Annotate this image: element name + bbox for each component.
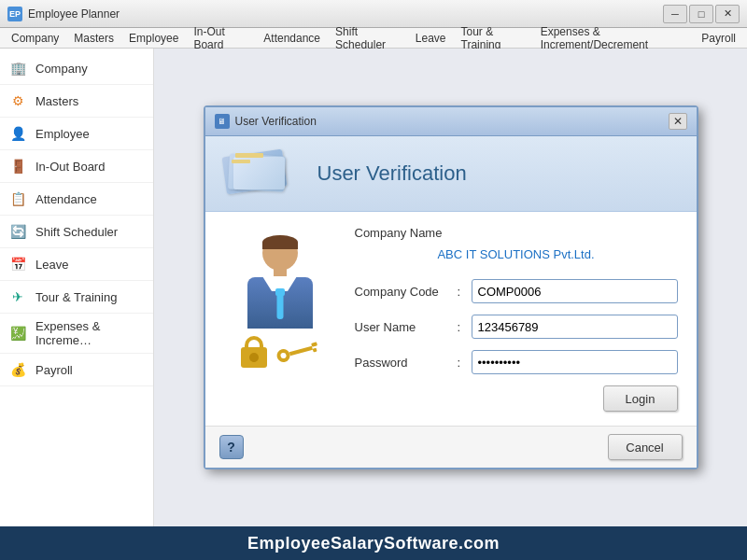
company-code-input[interactable] (472, 279, 678, 303)
username-colon: : (458, 320, 472, 334)
sidebar-item-payroll[interactable]: 💰 Payroll (0, 354, 153, 386)
inout-icon: 🚪 (7, 156, 28, 176)
username-row: User Name : (355, 315, 678, 339)
dialog-title: User Verification (235, 115, 669, 128)
sidebar-item-masters[interactable]: ⚙ Masters (0, 85, 153, 118)
sidebar-label-leave: Leave (35, 258, 68, 272)
login-button-row: Login (355, 385, 678, 412)
sidebar-label-masters: Masters (35, 94, 78, 108)
username-label: User Name (355, 320, 458, 334)
masters-icon: ⚙ (7, 91, 28, 111)
menu-payroll[interactable]: Payroll (694, 28, 743, 48)
user-verification-dialog: 🖥 User Verification ✕ (204, 105, 698, 469)
login-button[interactable]: Login (603, 385, 678, 412)
attendance-icon: 📋 (7, 189, 28, 209)
dialog-header-title: User Verification (317, 161, 467, 186)
shift-icon: 🔄 (7, 221, 28, 242)
tour-icon: ✈ (7, 287, 28, 307)
sidebar-item-company[interactable]: 🏢 Company (0, 52, 153, 85)
payroll-icon: 💰 (7, 359, 28, 380)
sidebar: 🏢 Company ⚙ Masters 👤 Employee 🚪 In-Out … (0, 49, 154, 526)
menu-shift[interactable]: Shift Scheduler (328, 28, 408, 48)
lock-key-area (241, 336, 318, 368)
password-row: Password : (355, 350, 678, 374)
password-colon: : (458, 356, 472, 370)
title-bar: EP Employee Planner ─ □ ✕ (0, 0, 747, 28)
company-name-label: Company Name (355, 226, 678, 240)
dialog-header: User Verification (205, 136, 697, 212)
cancel-button[interactable]: Cancel (608, 434, 683, 460)
dialog-avatar-section (224, 226, 336, 412)
menu-expenses[interactable]: Expenses & Increment/Decrement (533, 28, 695, 48)
menu-tour[interactable]: Tour & Training (454, 28, 533, 48)
footer-text: EmployeeSalarySoftware.com (247, 534, 500, 553)
dialog-icon: 🖥 (215, 114, 230, 129)
sidebar-item-tour[interactable]: ✈ Tour & Training (0, 281, 153, 314)
footer-banner: EmployeeSalarySoftware.com (0, 526, 747, 560)
sidebar-item-employee[interactable]: 👤 Employee (0, 118, 153, 150)
employee-icon: 👤 (7, 123, 28, 144)
window-title: Employee Planner (28, 7, 663, 21)
window-controls: ─ □ ✕ (663, 5, 740, 23)
dialog-footer: ? Cancel (205, 426, 697, 468)
sidebar-item-attendance[interactable]: 📋 Attendance (0, 183, 153, 216)
sidebar-label-tour: Tour & Training (35, 290, 117, 304)
dialog-titlebar: 🖥 User Verification ✕ (205, 107, 697, 136)
sidebar-label-inout: In-Out Board (35, 160, 105, 174)
sidebar-label-employee: Employee (35, 127, 90, 141)
company-icon: 🏢 (7, 58, 28, 78)
menu-attendance[interactable]: Attendance (256, 28, 328, 48)
expenses-icon: 💹 (7, 323, 28, 343)
company-code-label: Company Code (355, 285, 458, 299)
sidebar-item-shift[interactable]: 🔄 Shift Scheduler (0, 216, 153, 248)
content-area: 🖥 User Verification ✕ (154, 49, 747, 526)
menu-company[interactable]: Company (4, 28, 66, 48)
sidebar-item-expenses[interactable]: 💹 Expenses & Increme… (0, 314, 153, 354)
menu-masters[interactable]: Masters (66, 28, 121, 48)
dialog-header-image (224, 146, 299, 202)
sidebar-label-attendance: Attendance (35, 192, 97, 206)
company-code-colon: : (458, 285, 472, 299)
leave-icon: 📅 (7, 254, 28, 274)
password-input[interactable] (472, 350, 678, 374)
dialog-body: Company Name ABC IT SOLUTIONS Pvt.Ltd. C… (205, 212, 697, 426)
menu-bar: Company Masters Employee In-Out Board At… (0, 28, 747, 49)
sidebar-label-expenses: Expenses & Increme… (35, 319, 146, 347)
company-section: Company Name ABC IT SOLUTIONS Pvt.Ltd. (355, 226, 678, 265)
company-code-row: Company Code : (355, 279, 678, 303)
menu-leave[interactable]: Leave (408, 28, 454, 48)
dialog-form-section: Company Name ABC IT SOLUTIONS Pvt.Ltd. C… (355, 226, 678, 412)
sidebar-item-leave[interactable]: 📅 Leave (0, 248, 153, 281)
close-button[interactable]: ✕ (715, 5, 740, 23)
app-icon: EP (7, 7, 22, 21)
sidebar-label-shift: Shift Scheduler (35, 225, 118, 239)
main-area: 🏢 Company ⚙ Masters 👤 Employee 🚪 In-Out … (0, 49, 747, 526)
menu-employee[interactable]: Employee (121, 28, 186, 48)
help-button[interactable]: ? (219, 435, 244, 459)
menu-inout[interactable]: In-Out Board (186, 28, 256, 48)
username-input[interactable] (472, 315, 678, 339)
maximize-button[interactable]: □ (689, 5, 713, 23)
company-name-value: ABC IT SOLUTIONS Pvt.Ltd. (355, 244, 678, 265)
sidebar-label-payroll: Payroll (35, 363, 73, 377)
minimize-button[interactable]: ─ (663, 5, 687, 23)
password-label: Password (355, 356, 458, 370)
sidebar-item-inout[interactable]: 🚪 In-Out Board (0, 150, 153, 183)
dialog-overlay: 🖥 User Verification ✕ (154, 49, 747, 526)
sidebar-label-company: Company (35, 62, 88, 76)
dialog-close-button[interactable]: ✕ (669, 113, 687, 130)
